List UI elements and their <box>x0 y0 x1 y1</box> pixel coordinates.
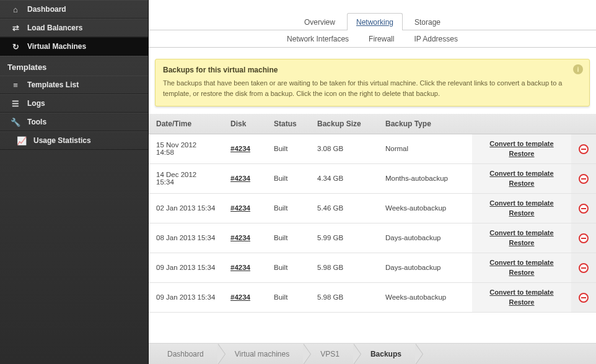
cell-status: Built <box>266 134 310 163</box>
convert-link[interactable]: Convert to template <box>480 228 564 238</box>
table-row: 09 Jan 2013 15:34#4234Built5.98 GBWeeks-… <box>149 282 596 312</box>
restore-link[interactable]: Restore <box>480 149 564 159</box>
sidebar-item-tools[interactable]: 🔧Tools <box>0 113 148 131</box>
col-header: Status <box>266 114 310 134</box>
tabs: OverviewNetworkingStorage Network Interf… <box>149 0 596 48</box>
breadcrumb-dashboard[interactable]: Dashboard <box>149 344 217 364</box>
convert-link[interactable]: Convert to template <box>480 258 564 268</box>
restore-link[interactable]: Restore <box>480 178 564 189</box>
cell-delete <box>571 163 596 193</box>
cell-delete <box>571 193 596 223</box>
disk-link[interactable]: #4234 <box>230 175 250 182</box>
cell-datetime: 09 Jan 2013 15:34 <box>149 282 223 312</box>
sidebar-item-dashboard[interactable]: ⌂Dashboard <box>0 0 148 19</box>
cell-size: 5.98 GB <box>310 282 378 312</box>
restore-link[interactable]: Restore <box>480 267 564 278</box>
sidebar-item-load-balancers[interactable]: ⇄Load Balancers <box>0 19 148 37</box>
notice-body: The backups that have been taken or are … <box>163 78 568 98</box>
cell-datetime: 08 Jan 2013 15:34 <box>149 223 223 253</box>
tab-storage[interactable]: Storage <box>405 13 450 30</box>
cell-delete <box>571 253 596 282</box>
cell-status: Built <box>266 253 310 282</box>
cell-type: Normal <box>378 134 472 163</box>
convert-link[interactable]: Convert to template <box>480 287 564 298</box>
cell-datetime: 14 Dec 2012 15:34 <box>149 163 223 193</box>
disk-link[interactable]: #4234 <box>230 264 250 271</box>
col-header: Backup Type <box>378 114 472 134</box>
cell-size: 4.34 GB <box>310 163 378 193</box>
col-header: Date/Time <box>149 114 223 134</box>
table-row: 15 Nov 2012 14:58#4234Built3.08 GBNormal… <box>149 134 596 163</box>
convert-link[interactable]: Convert to template <box>480 139 564 149</box>
sidebar: ⌂Dashboard⇄Load Balancers↻Virtual Machin… <box>0 0 149 364</box>
delete-icon[interactable] <box>579 233 589 243</box>
delete-icon[interactable] <box>579 204 589 214</box>
table-row: 08 Jan 2013 15:34#4234Built5.99 GBDays-a… <box>149 223 596 253</box>
cell-size: 3.08 GB <box>310 134 378 163</box>
restore-link[interactable]: Restore <box>480 208 564 219</box>
cell-disk: #4234 <box>223 253 266 282</box>
secondary-tabs: Network InterfacesFirewallIP Addresses <box>149 30 596 47</box>
table-row: 02 Jan 2013 15:34#4234Built5.46 GBWeeks-… <box>149 193 596 223</box>
cell-status: Built <box>266 282 310 312</box>
cell-delete <box>571 282 596 312</box>
col-header <box>472 114 571 134</box>
cell-datetime: 02 Jan 2013 15:34 <box>149 193 223 223</box>
cell-actions: Convert to templateRestore <box>472 193 571 223</box>
notice-title: Backups for this virtual machine <box>163 66 568 74</box>
cell-type: Months-autobackup <box>378 163 472 193</box>
delete-icon[interactable] <box>579 174 589 184</box>
logs-icon: ☰ <box>10 98 21 109</box>
cell-disk: #4234 <box>223 193 266 223</box>
sidebar-item-label: Dashboard <box>27 5 66 14</box>
cell-actions: Convert to templateRestore <box>472 163 571 193</box>
tab-ip-addresses[interactable]: IP Addresses <box>405 30 467 47</box>
cell-actions: Convert to templateRestore <box>472 282 571 312</box>
backups-table: Date/TimeDiskStatusBackup SizeBackup Typ… <box>149 114 596 313</box>
tab-link[interactable]: Networking <box>356 18 393 27</box>
home-icon: ⌂ <box>10 4 21 15</box>
cell-status: Built <box>266 223 310 253</box>
sidebar-item-logs[interactable]: ☰Logs <box>0 94 148 113</box>
sidebar-item-templates-list[interactable]: ≡Templates List <box>0 76 148 94</box>
col-header <box>571 114 596 134</box>
restore-link[interactable]: Restore <box>480 297 564 308</box>
disk-link[interactable]: #4234 <box>230 293 250 301</box>
tab-overview[interactable]: Overview <box>295 13 344 30</box>
sidebar-item-usage-statistics[interactable]: 📈Usage Statistics <box>0 131 148 150</box>
delete-icon[interactable] <box>579 263 589 273</box>
table-header-row: Date/TimeDiskStatusBackup SizeBackup Typ… <box>149 114 596 134</box>
sidebar-item-label: Tools <box>27 118 46 126</box>
notice-banner: Backups for this virtual machine The bac… <box>155 59 590 106</box>
sidebar-item-label: Virtual Machines <box>27 42 86 51</box>
cell-size: 5.98 GB <box>310 253 378 282</box>
disk-link[interactable]: #4234 <box>230 145 250 152</box>
delete-icon[interactable] <box>579 144 589 154</box>
tab-firewall[interactable]: Firewall <box>360 30 403 47</box>
convert-link[interactable]: Convert to template <box>480 198 564 209</box>
cell-type: Weeks-autobackup <box>378 282 472 312</box>
cell-disk: #4234 <box>223 134 266 163</box>
table-row: 09 Jan 2013 15:34#4234Built5.98 GBDays-a… <box>149 253 596 282</box>
col-header: Disk <box>223 114 266 134</box>
cell-status: Built <box>266 193 310 223</box>
convert-link[interactable]: Convert to template <box>480 168 564 179</box>
restore-link[interactable]: Restore <box>480 238 564 248</box>
cell-actions: Convert to templateRestore <box>472 253 571 282</box>
primary-tabs: OverviewNetworkingStorage <box>149 12 596 30</box>
sidebar-item-label: Templates List <box>27 80 79 89</box>
sidebar-item-label: Usage Statistics <box>33 136 91 145</box>
delete-icon[interactable] <box>579 293 589 303</box>
refresh-icon: ↻ <box>10 41 21 52</box>
disk-link[interactable]: #4234 <box>230 234 250 241</box>
tab-networking[interactable]: Networking <box>347 13 403 30</box>
breadcrumb-backups[interactable]: Backups <box>353 344 415 364</box>
sidebar-item-virtual-machines[interactable]: ↻Virtual Machines <box>0 37 148 56</box>
breadcrumb-virtual-machines[interactable]: Virtual machines <box>217 344 304 364</box>
stats-icon: 📈 <box>16 135 27 146</box>
tab-network-interfaces[interactable]: Network Interfaces <box>278 30 357 47</box>
balancer-icon: ⇄ <box>10 22 21 33</box>
table-row: 14 Dec 2012 15:34#4234Built4.34 GBMonths… <box>149 163 596 193</box>
cell-actions: Convert to templateRestore <box>472 223 571 253</box>
disk-link[interactable]: #4234 <box>230 204 250 212</box>
